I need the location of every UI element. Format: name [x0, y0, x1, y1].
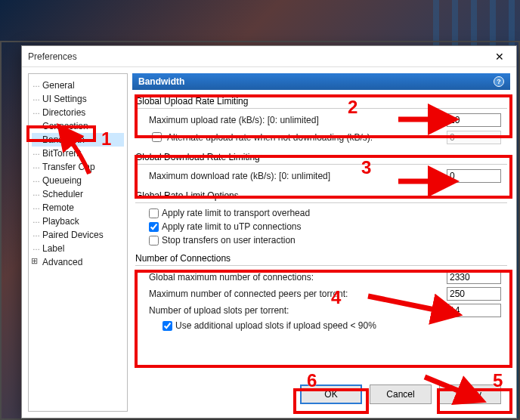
checkbox-overhead[interactable]: [149, 208, 159, 218]
tree-item-bittorrent[interactable]: BitTorrent: [32, 147, 124, 160]
row-peers: Maximum number of connected peers per to…: [135, 286, 507, 302]
window-title: Preferences: [28, 51, 77, 62]
tree-item-connection[interactable]: Connection: [32, 119, 124, 133]
row-utp[interactable]: Apply rate limit to uTP connections: [135, 220, 507, 233]
row-overhead[interactable]: Apply rate limit to transport overhead: [135, 206, 507, 220]
label-alt-upload: Alternate upload rate when not downloadi…: [167, 132, 373, 143]
window-body: General UI Settings Directories Connecti…: [22, 67, 516, 418]
group-title-upload: Global Upload Rate Limiting: [135, 94, 507, 109]
content-panel: Bandwidth ? Global Upload Rate Limiting …: [132, 73, 510, 412]
ok-button[interactable]: OK: [300, 384, 362, 404]
tree-item-playback[interactable]: Playback: [32, 215, 124, 228]
group-connections: Number of Connections Global maximum num…: [135, 252, 507, 332]
group-download: Global Download Rate Limiting Maximum do…: [135, 150, 507, 184]
tree-item-scheduler[interactable]: Scheduler: [32, 187, 124, 201]
input-max-download[interactable]: [447, 169, 501, 183]
titlebar: Preferences ✕: [22, 46, 516, 67]
input-peers[interactable]: [447, 287, 501, 301]
label-slots: Number of upload slots per torrent:: [149, 305, 441, 316]
row-stop-transfers[interactable]: Stop transfers on user interaction: [135, 233, 507, 247]
tree-item-transfer-cap[interactable]: Transfer Cap: [32, 160, 124, 174]
tree-item-paired-devices[interactable]: Paired Devices: [32, 228, 124, 242]
tree-item-bandwidth[interactable]: Bandwidth: [32, 133, 124, 147]
row-slots: Number of upload slots per torrent:: [135, 302, 507, 319]
tree-item-directories[interactable]: Directories: [32, 106, 124, 119]
label-utp: Apply rate limit to uTP connections: [162, 221, 302, 232]
group-upload: Global Upload Rate Limiting Maximum uplo…: [135, 94, 507, 146]
label-overhead: Apply rate limit to transport overhead: [162, 208, 310, 218]
tree-item-label[interactable]: Label: [32, 242, 124, 255]
checkbox-alt-upload[interactable]: [152, 132, 162, 142]
label-global-max: Global maximum number of connections:: [149, 272, 441, 283]
tree-item-remote[interactable]: Remote: [32, 201, 124, 215]
row-global-max: Global maximum number of connections:: [135, 269, 507, 286]
input-slots[interactable]: [447, 304, 501, 317]
checkbox-stop-transfers[interactable]: [149, 236, 159, 246]
input-max-upload[interactable]: [447, 113, 501, 127]
cancel-button[interactable]: Cancel: [370, 384, 432, 404]
footer: OK Cancel Apply: [132, 378, 510, 412]
tree-item-ui-settings[interactable]: UI Settings: [32, 92, 124, 106]
section-title: Bandwidth: [138, 76, 184, 87]
help-icon[interactable]: ?: [494, 76, 504, 87]
row-max-upload: Maximum upload rate (kB/s): [0: unlimite…: [135, 112, 507, 128]
row-additional-slots[interactable]: Use additional upload slots if upload sp…: [135, 319, 507, 332]
input-alt-upload[interactable]: [447, 131, 501, 144]
row-max-download: Maximum download rate (kB/s): [0: unlimi…: [135, 168, 507, 184]
tree-item-queueing[interactable]: Queueing: [32, 174, 124, 187]
group-title-connections: Number of Connections: [135, 252, 507, 266]
tree-item-advanced[interactable]: Advanced: [32, 255, 124, 269]
group-title-download: Global Download Rate Limiting: [135, 150, 507, 165]
tree-item-general[interactable]: General: [32, 79, 124, 92]
close-icon[interactable]: ✕: [489, 49, 510, 64]
group-title-rate-options: Global Rate Limit Options: [135, 189, 507, 203]
checkbox-utp[interactable]: [149, 222, 159, 232]
category-tree[interactable]: General UI Settings Directories Connecti…: [28, 73, 128, 412]
apply-button[interactable]: Apply: [439, 384, 501, 404]
section-header: Bandwidth ?: [132, 73, 510, 90]
scroll-area: Global Upload Rate Limiting Maximum uplo…: [132, 90, 510, 378]
preferences-window: Preferences ✕ General UI Settings Direct…: [21, 45, 517, 418]
input-global-max[interactable]: [447, 270, 501, 284]
group-rate-options: Global Rate Limit Options Apply rate lim…: [135, 189, 507, 247]
row-alt-upload: Alternate upload rate when not downloadi…: [135, 128, 507, 146]
label-stop-transfers: Stop transfers on user interaction: [162, 235, 296, 246]
label-peers: Maximum number of connected peers per to…: [149, 289, 441, 299]
label-additional-slots: Use additional upload slots if upload sp…: [175, 320, 376, 331]
label-max-upload: Maximum upload rate (kB/s): [0: unlimite…: [149, 115, 441, 125]
checkbox-additional-slots[interactable]: [162, 321, 172, 331]
label-max-download: Maximum download rate (kB/s): [0: unlimi…: [149, 171, 441, 181]
